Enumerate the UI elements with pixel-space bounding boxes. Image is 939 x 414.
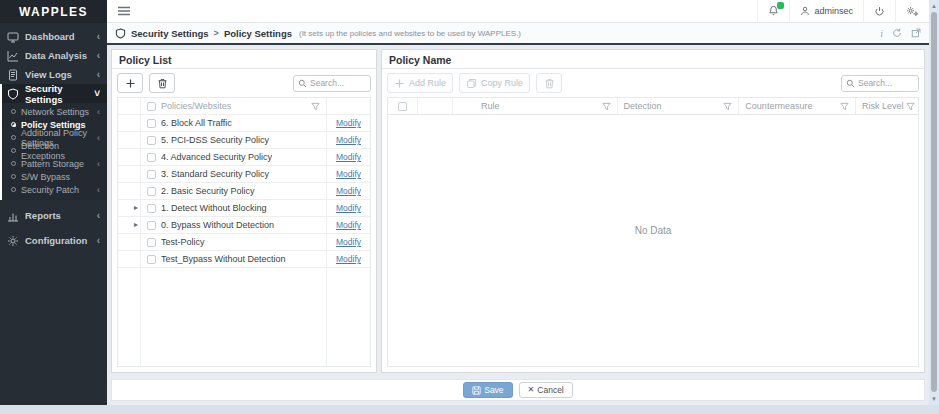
circle-icon [11,109,16,114]
policy-name: 6. Block All Traffic [161,118,232,128]
security-settings-submenu: Network Settings ‹ Policy Settings Addit… [0,103,107,200]
expand-arrow-icon[interactable]: ▸ [134,204,138,212]
circle-icon [11,174,16,179]
policy-name: 5. PCI-DSS Security Policy [161,135,269,145]
vertical-scrollbar[interactable]: ▲ ▼ [929,0,939,405]
security-settings-icon [7,88,19,100]
filter-icon[interactable] [906,102,915,111]
chevron-left-icon: ‹ [97,210,100,221]
refresh-icon[interactable] [892,28,902,38]
row-checkbox[interactable] [147,153,156,162]
chevron-left-icon: ‹ [97,50,100,61]
delete-policy-button[interactable] [149,73,175,93]
select-all-checkbox[interactable] [398,102,407,111]
add-icon [125,78,136,89]
configuration-gear-icon [7,235,19,247]
row-checkbox[interactable] [147,187,156,196]
header-cell: Policies/Websites [141,98,326,114]
popout-icon[interactable] [911,28,921,38]
action-cell: Modify [326,132,370,148]
policy-row: 4. Advanced Security Policy Modify [118,149,370,166]
vertical-scrollbar-thumb[interactable] [931,12,937,392]
notifications-button[interactable] [757,0,789,22]
copy-icon [466,78,477,89]
username: adminsec [814,6,853,16]
power-icon [874,6,885,17]
sidebar: WAPPLES Dashboard ‹ Data Analysis ‹ View… [0,0,107,405]
settings-gears-icon [906,6,919,17]
sidebar-item-security-settings[interactable]: Security Settings ˅ [0,84,107,103]
policy-name: Test-Policy [161,237,205,247]
copy-rule-button[interactable]: Copy Rule [459,73,530,93]
reports-icon [7,210,19,222]
modify-link[interactable]: Modify [336,203,361,213]
sidebar-item-data-analysis[interactable]: Data Analysis ‹ [0,46,107,65]
row-checkbox[interactable] [147,221,156,230]
expand-arrow-icon[interactable]: ▸ [134,221,138,229]
system-settings-button[interactable] [895,0,929,22]
modify-link[interactable]: Modify [336,186,361,196]
modify-link[interactable]: Modify [336,152,361,162]
add-rule-button[interactable]: Add Rule [387,73,453,93]
expander-cell: ▸ [118,200,141,216]
delete-rule-button[interactable] [536,73,562,93]
row-checkbox[interactable] [147,238,156,247]
sidebar-item-dashboard[interactable]: Dashboard ‹ [0,27,107,46]
modify-link[interactable]: Modify [336,237,361,247]
rules-table-body: No Data [388,115,918,366]
sidebar-item-label: Detection Exceptions [21,141,100,161]
shield-icon [115,28,126,39]
logout-button[interactable] [863,0,895,22]
policy-cell: Test-Policy [141,234,326,250]
action-cell: Modify [326,251,370,267]
info-icon[interactable]: i [880,28,883,39]
sidebar-item-configuration[interactable]: Configuration ‹ [0,231,107,250]
policy-row: 3. Standard Security Policy Modify [118,166,370,183]
modify-link[interactable]: Modify [336,169,361,179]
filter-icon[interactable] [311,102,320,111]
filter-icon[interactable] [723,102,732,111]
policy-row: Test-Policy Modify [118,234,370,251]
risk-level-column-header: Risk Level [856,98,918,114]
modify-link[interactable]: Modify [336,220,361,230]
row-checkbox[interactable] [147,136,156,145]
policy-search-input[interactable] [310,78,366,88]
sidebar-item-reports[interactable]: Reports ‹ [0,206,107,225]
select-all-checkbox[interactable] [147,102,156,111]
column-label: Policies/Websites [161,101,231,111]
wapples-logo: WAPPLES [0,0,107,23]
sidebar-item-security-patch[interactable]: Security Patch ‹ [2,183,107,196]
cancel-button[interactable]: ✕ Cancel [519,382,573,398]
breadcrumb-separator: > [214,28,219,38]
sidebar-item-view-logs[interactable]: View Logs ‹ [0,65,107,84]
row-checkbox[interactable] [147,204,156,213]
modify-link[interactable]: Modify [336,254,361,264]
filter-icon[interactable] [602,102,611,111]
modify-link[interactable]: Modify [336,135,361,145]
column-label: Detection [624,101,662,111]
row-checkbox[interactable] [147,255,156,264]
user-menu[interactable]: adminsec [789,0,863,22]
filter-icon[interactable] [840,102,849,111]
add-policy-button[interactable] [117,73,143,93]
modify-link[interactable]: Modify [336,118,361,128]
expander-cell [118,115,141,131]
topbar-actions: adminsec [757,0,929,22]
add-rule-label: Add Rule [409,78,446,88]
scroll-down-icon[interactable]: ▼ [929,393,939,405]
rule-search-input[interactable] [858,78,914,88]
row-checkbox[interactable] [147,170,156,179]
sidebar-item-label: Reports [25,210,61,221]
policy-row: Test_Bypass Without Detection Modify [118,251,370,268]
footer-bar: Save ✕ Cancel [111,379,925,401]
copy-rule-label: Copy Rule [481,78,523,88]
sidebar-item-detection-exceptions[interactable]: Detection Exceptions [2,144,107,157]
scroll-up-icon[interactable]: ▲ [929,0,939,12]
hamburger-icon[interactable] [117,6,131,16]
row-checkbox[interactable] [147,119,156,128]
sidebar-item-sw-bypass[interactable]: S/W Bypass [2,170,107,183]
sidebar-item-network-settings[interactable]: Network Settings ‹ [2,105,107,118]
horizontal-scrollbar[interactable] [0,405,939,414]
save-button[interactable]: Save [463,382,512,398]
policy-rules-panel: Policy Name Add Rule Copy Rule [381,49,925,373]
